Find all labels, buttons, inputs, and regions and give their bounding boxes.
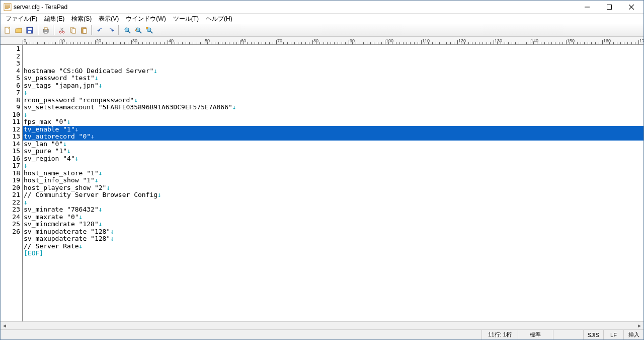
toolbar-separator	[91, 25, 93, 35]
svg-rect-30	[146, 27, 148, 29]
code-content[interactable]: hostname "CS:GO Dedicated Server"↓sv_pas…	[23, 45, 643, 321]
svg-rect-12	[28, 31, 31, 33]
copy-button[interactable]	[68, 25, 78, 35]
scroll-left-arrow[interactable]: ◄	[1, 322, 9, 329]
margin-line	[23, 45, 23, 321]
menu-view[interactable]: 表示(V)	[96, 14, 122, 24]
app-icon	[4, 3, 12, 11]
statusbar: 11行: 1桁 標準 SJIS LF 挿入	[1, 329, 643, 339]
horizontal-scrollbar[interactable]: ◄ ►	[1, 321, 643, 329]
close-button[interactable]	[620, 1, 642, 14]
print-button[interactable]	[41, 25, 51, 35]
code-line[interactable]: sv_pure "1"↓	[23, 148, 643, 155]
code-line[interactable]: sv_maxupdaterate "128"↓	[23, 235, 643, 243]
status-eol: LF	[603, 330, 623, 339]
svg-point-24	[125, 28, 129, 32]
svg-point-16	[59, 31, 61, 33]
code-line[interactable]: // Community Server Browser Config↓	[23, 191, 643, 199]
menu-tools[interactable]: ツール(T)	[170, 14, 202, 24]
cut-button[interactable]	[57, 25, 67, 35]
code-line[interactable]: sv_minupdaterate "128"↓	[23, 228, 643, 236]
status-insert-mode: 挿入	[623, 330, 643, 339]
svg-rect-6	[607, 5, 612, 9]
code-line[interactable]: ↓	[23, 162, 643, 170]
svg-rect-4	[5, 8, 9, 9]
menubar: ファイル(F) 編集(E) 検索(S) 表示(V) ウインドウ(W) ツール(T…	[1, 14, 643, 24]
svg-rect-23	[83, 29, 87, 33]
menu-file[interactable]: ファイル(F)	[3, 14, 40, 24]
svg-line-29	[150, 31, 152, 33]
paste-button[interactable]	[79, 25, 89, 35]
svg-rect-2	[5, 6, 10, 7]
code-line[interactable]: host_info_show "1"↓	[23, 177, 643, 184]
status-mode: 標準	[518, 330, 553, 339]
save-button[interactable]	[25, 25, 35, 35]
svg-rect-15	[44, 32, 47, 33]
window-title: server.cfg - TeraPad	[14, 4, 576, 11]
titlebar: server.cfg - TeraPad	[1, 1, 643, 14]
toolbar-separator	[37, 25, 39, 35]
svg-line-25	[128, 31, 130, 33]
code-line[interactable]: rcon_password "rconpassword"↓	[23, 97, 643, 104]
code-line[interactable]: sv_password "test"↓	[23, 75, 643, 82]
code-line[interactable]: hostname "CS:GO Dedicated Server"↓	[23, 67, 643, 75]
new-file-button[interactable]	[3, 25, 13, 35]
ruler: 0102030405060708090100110120130140150160…	[1, 37, 643, 45]
status-cursor-pos: 11行: 1桁	[481, 330, 517, 339]
svg-rect-11	[28, 28, 32, 30]
code-line[interactable]: sv_setsteamaccount "5FA8FE035896B91A63DC…	[23, 104, 643, 111]
menu-window[interactable]: ウインドウ(W)	[123, 14, 169, 24]
line-number-gutter: 1234567891011121314151617181920212223242…	[1, 45, 23, 321]
code-line[interactable]: tv_autorecord "0"↓	[23, 133, 643, 141]
code-line[interactable]: ↓	[23, 111, 643, 119]
code-line[interactable]: sv_region "4"↓	[23, 155, 643, 163]
find-next-button[interactable]	[133, 25, 143, 35]
code-line[interactable]: fps_max "0"↓	[23, 118, 643, 126]
toolbar-separator	[53, 25, 55, 35]
scroll-track[interactable]	[9, 322, 635, 329]
toolbar-separator	[118, 25, 120, 35]
code-line[interactable]: tv_enable "1"↓	[23, 126, 643, 133]
code-line[interactable]: sv_lan "0"↓	[23, 141, 643, 148]
code-line[interactable]: host_name_store "1"↓	[23, 170, 643, 177]
code-line[interactable]: sv_tags "japan,jpn"↓	[23, 82, 643, 90]
menu-edit[interactable]: 編集(E)	[41, 14, 67, 24]
undo-button[interactable]	[95, 25, 105, 35]
svg-rect-21	[72, 29, 75, 33]
code-line[interactable]: host_players_show "2"↓	[23, 184, 643, 192]
open-file-button[interactable]	[14, 25, 24, 35]
svg-point-17	[62, 31, 64, 33]
menu-search[interactable]: 検索(S)	[68, 14, 95, 24]
code-line[interactable]: sv_mincmdrate "128"↓	[23, 221, 643, 228]
toolbar	[1, 24, 643, 37]
redo-button[interactable]	[106, 25, 116, 35]
code-line[interactable]: sv_maxrate "0"↓	[23, 214, 643, 221]
code-line[interactable]: sv_minrate "786432"↓	[23, 206, 643, 214]
eof-line: [EOF]	[23, 250, 643, 257]
scroll-right-arrow[interactable]: ►	[635, 322, 643, 329]
replace-button[interactable]	[144, 25, 154, 35]
minimize-button[interactable]	[576, 1, 598, 14]
status-encoding: SJIS	[583, 330, 603, 339]
menu-help[interactable]: ヘルプ(H)	[203, 14, 235, 24]
svg-rect-14	[44, 28, 47, 30]
code-line[interactable]: ↓	[23, 89, 643, 97]
svg-line-27	[139, 31, 141, 33]
code-line[interactable]: // Server Rate↓	[23, 243, 643, 250]
status-empty	[553, 330, 583, 339]
svg-rect-1	[5, 5, 10, 6]
editor-area[interactable]: 1234567891011121314151617181920212223242…	[1, 45, 643, 321]
code-line[interactable]: ↓	[23, 199, 643, 207]
maximize-button[interactable]	[598, 1, 620, 14]
svg-rect-3	[5, 7, 10, 8]
find-button[interactable]	[122, 25, 132, 35]
